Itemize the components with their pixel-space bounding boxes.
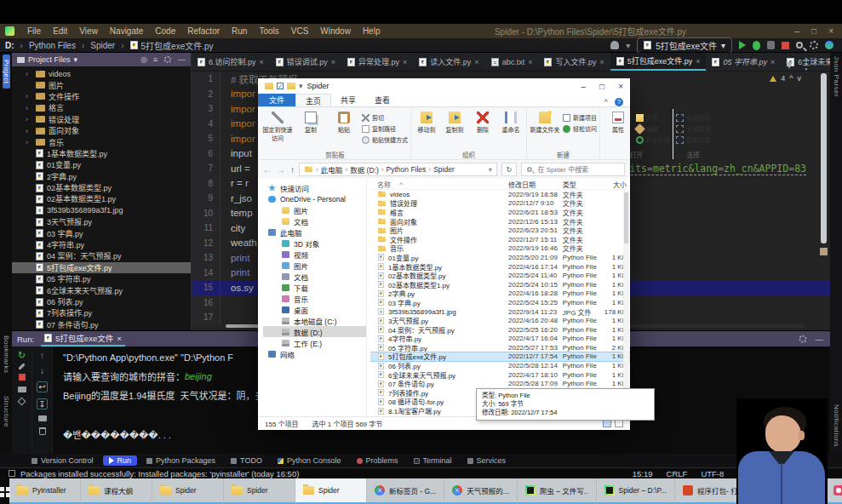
line-number[interactable]: 3	[192, 101, 221, 117]
tool-stripe-structure[interactable]: Structure	[3, 396, 10, 427]
editor-tab[interactable]: 6.访问控制.py ×	[192, 53, 270, 71]
menu-item[interactable]: VCS	[285, 26, 315, 36]
minimize-icon[interactable]: –	[795, 26, 800, 36]
file-row[interactable]: 错误处理 2022/12/7 9:10 文件夹	[370, 199, 630, 209]
line-number[interactable]: 17	[192, 310, 221, 325]
select-none-button[interactable]: 全部取消	[676, 124, 710, 133]
project-tree-item[interactable]: 05 字符串.py	[12, 273, 191, 284]
nav-item[interactable]: 文档	[263, 271, 366, 282]
expand-chevron-icon[interactable]: ›	[26, 70, 32, 78]
file-row[interactable]: 3天气预报.py 2022/4/16 20:48 Python File 1 K…	[370, 316, 630, 325]
project-tree-item[interactable]: 图片	[12, 79, 191, 90]
project-tree-item[interactable]: 6全球未来天气预报.py	[12, 284, 191, 295]
line-number[interactable]: 1	[192, 72, 221, 87]
file-row[interactable]: 6全球未来天气预报.py 2022/4/17 18:10 Python File…	[370, 370, 630, 380]
project-tree-item[interactable]: 02基本数据类型.py	[12, 182, 191, 193]
delete-button[interactable]: 删除	[470, 112, 495, 134]
run-tab[interactable]: 5打包成exe文件 ×	[41, 331, 125, 346]
copy-to-button[interactable]: 复制到	[442, 112, 467, 134]
file-row[interactable]: 格言 2022/6/21 18:53 文件夹	[370, 208, 630, 217]
editor-tab[interactable]: 异常处理.py ×	[341, 53, 413, 71]
stop-button[interactable]	[782, 42, 789, 49]
line-number[interactable]: 16	[192, 295, 221, 311]
file-row[interactable]: 07 条件语句.py 2022/5/28 17:09 Python File 1…	[370, 379, 630, 388]
tool-window-button[interactable]: Python Packages	[140, 455, 221, 466]
close-icon[interactable]: ×	[260, 58, 264, 66]
nav-item[interactable]: 网络	[263, 348, 366, 359]
nav-item[interactable]: 视频	[263, 249, 366, 260]
project-tree-item[interactable]: › 音乐	[12, 136, 191, 147]
line-number[interactable]: 9	[192, 191, 221, 206]
tool-window-button[interactable]: Python Console	[272, 455, 347, 466]
taskbar-button[interactable]: 课程大纲	[81, 478, 152, 504]
column-header-name[interactable]: 名称 ^	[370, 180, 508, 189]
project-tree-item[interactable]: 5打包成exe文件.py	[12, 262, 191, 273]
column-header-date[interactable]: 修改日期	[508, 180, 563, 189]
file-row[interactable]: 02基本数据类型.py 2022/5/24 11:40 Python File …	[370, 271, 630, 280]
menu-item[interactable]: Run	[226, 26, 253, 36]
breadcrumb-item[interactable]: Python Files	[29, 41, 76, 50]
line-number[interactable]: 4	[192, 117, 221, 132]
project-tree-item[interactable]: 3天气预报.py	[12, 216, 191, 227]
more-options-icon[interactable]: ⋮	[799, 56, 813, 72]
easy-access-button[interactable]: 轻松访问	[563, 124, 597, 133]
user-icon[interactable]	[610, 41, 619, 49]
vertical-scrollbar[interactable]	[820, 73, 828, 322]
line-number[interactable]: 14	[192, 266, 221, 281]
expand-chevron-icon[interactable]: ›	[26, 138, 32, 146]
menu-item[interactable]: View	[73, 26, 104, 36]
rename-button[interactable]: 重命名	[498, 112, 524, 134]
event-log-icon[interactable]	[9, 470, 15, 477]
file-row[interactable]: 04 案例：天气预报.py 2022/5/25 16:20 Python Fil…	[370, 325, 630, 335]
address-path[interactable]: › 此电脑 › 数据 (D:) › Python Files › Spider …	[299, 163, 497, 176]
up-arrow-icon[interactable]: ↑	[40, 351, 44, 360]
file-row[interactable]: 5打包成exe文件.py 2022/12/7 17:54 Python File…	[370, 352, 630, 362]
tool-window-button[interactable]: Services	[461, 455, 513, 466]
line-number[interactable]: 8	[192, 176, 221, 192]
taskbar-button[interactable]: 天气预报的...	[444, 478, 518, 504]
expand-chevron-icon[interactable]: ›	[26, 115, 32, 123]
file-row[interactable]: 03 字典.py 2022/5/24 15:25 Python File 1 K…	[370, 298, 630, 307]
debug-button[interactable]	[753, 41, 760, 50]
search-box[interactable]	[521, 163, 625, 176]
chevron-down-icon[interactable]: ▾	[489, 165, 492, 174]
properties-button[interactable]: 属性	[603, 112, 633, 134]
project-tree-item[interactable]: 2字典.py	[12, 171, 191, 182]
edit-button[interactable]: 编辑	[636, 124, 670, 133]
rerun-icon[interactable]: ↻	[18, 351, 26, 359]
menu-item[interactable]: Refactor	[181, 26, 226, 36]
address-segment[interactable]: 数据 (D:)	[350, 164, 379, 175]
expand-chevron-icon[interactable]: ›	[26, 92, 32, 100]
project-tree-item[interactable]: 06 列表.py	[12, 296, 191, 307]
project-tree-item[interactable]: 04 案例：天气预报.py	[12, 250, 191, 261]
editor-tab[interactable]: 05 字符串.py ×	[706, 53, 781, 71]
show-output-icon[interactable]	[18, 387, 26, 392]
copy-button[interactable]: 复制	[295, 112, 326, 134]
nav-item[interactable]: 图片	[263, 260, 366, 271]
taskbar-button[interactable]: 直播伴侣	[826, 478, 842, 504]
nav-item[interactable]: 下载	[263, 282, 366, 293]
run-config-selector[interactable]: 5打包成exe文件 ▾	[637, 37, 732, 54]
tool-stripe-project[interactable]: Project	[3, 54, 10, 89]
line-number[interactable]: 15	[192, 280, 221, 295]
scroll-to-end-icon[interactable]: ↧	[37, 398, 47, 410]
cut-button[interactable]: 剪切	[362, 113, 408, 122]
gear-icon[interactable]	[164, 56, 171, 63]
ribbon-tab[interactable]: 共享	[331, 94, 365, 106]
help-icon[interactable]: ?	[615, 98, 623, 106]
menu-item[interactable]: Window	[314, 26, 357, 36]
settings-wrench-icon[interactable]	[18, 363, 25, 369]
chevron-down-icon[interactable]: ▾	[74, 55, 78, 64]
line-number[interactable]: 11	[192, 220, 221, 236]
tool-window-button[interactable]: Problems	[351, 455, 404, 466]
soft-wrap-icon[interactable]: ↩	[37, 381, 47, 392]
search-input[interactable]	[536, 165, 620, 175]
move-to-button[interactable]: 移动到	[414, 112, 439, 134]
details-view-icon[interactable]	[603, 420, 611, 427]
taskbar-button[interactable]: 爬虫 – 文件写..	[518, 478, 597, 504]
encoding-indicator[interactable]: UTF-8	[701, 469, 724, 478]
nav-item[interactable]: 图片	[263, 204, 366, 215]
scrollbar-thumb[interactable]	[624, 192, 628, 243]
close-icon[interactable]: ×	[599, 58, 604, 66]
maximize-icon[interactable]: □	[599, 82, 604, 91]
